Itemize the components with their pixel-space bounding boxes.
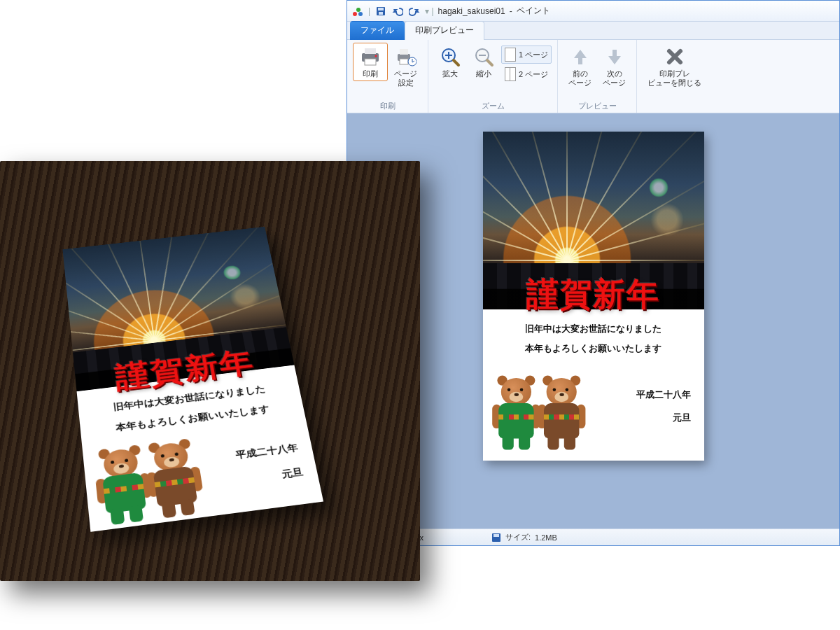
- title-app: ペイント: [517, 5, 550, 17]
- one-page-icon: [505, 48, 516, 62]
- paint-window: | ▾ | hagaki_sakusei01 - ペイント ファイル 印刷プレビ…: [346, 0, 840, 546]
- zoom-out-button[interactable]: 縮小: [468, 43, 500, 81]
- card-message-2: 本年もよろしくお願いいたします: [483, 342, 704, 355]
- titlebar: | ▾ | hagaki_sakusei01 - ペイント: [347, 1, 839, 22]
- card-content-preview: 謹賀新年 旧年中は大変お世話になりました 本年もよろしくお願いいたします 平成二…: [483, 132, 704, 461]
- zoom-out-label: 縮小: [476, 69, 491, 78]
- prev-page-label: 前の ページ: [568, 69, 592, 88]
- svg-rect-24: [493, 534, 499, 537]
- card-date-line2: 元旦: [673, 412, 691, 424]
- ribbon-group-zoom: 拡大 縮小 1 ページ 2 ページ: [428, 40, 558, 113]
- sun-rays: [567, 260, 568, 260]
- close-preview-label: 印刷プレ ビューを閉じる: [648, 69, 701, 88]
- tab-print-preview[interactable]: 印刷プレビュー: [405, 21, 484, 40]
- svg-point-0: [353, 12, 357, 16]
- bear-green: [94, 447, 154, 524]
- zoom-in-icon: [439, 46, 461, 68]
- group-label-zoom: ズーム: [482, 99, 505, 111]
- print-label: 印刷: [363, 69, 378, 78]
- tabstrip: ファイル 印刷プレビュー: [347, 22, 839, 40]
- svg-rect-5: [379, 12, 383, 15]
- ribbon: 印刷 ページ 設定 印刷 拡大: [347, 40, 839, 113]
- app-icon: [351, 5, 364, 18]
- group-label-preview: プレビュー: [578, 99, 617, 111]
- ribbon-group-preview: 前の ページ 次の ページ プレビュー: [558, 40, 637, 113]
- svg-line-19: [487, 60, 492, 65]
- teddy-bears: [94, 440, 205, 524]
- svg-point-1: [356, 8, 360, 12]
- svg-rect-11: [400, 49, 408, 55]
- bear-brown: [144, 440, 205, 517]
- page-setup-icon: [395, 46, 417, 68]
- zoom-out-icon: [472, 46, 495, 68]
- status-filesize: サイズ: 1.2MB: [491, 532, 603, 542]
- statusbar: 1181 × 1748px サイズ: 1.2MB: [347, 528, 839, 545]
- svg-rect-8: [365, 59, 376, 65]
- card-message-1: 旧年中は大変お世話になりました: [483, 323, 704, 335]
- lens-flare: [227, 282, 263, 311]
- sun-rays: [154, 340, 155, 341]
- preview-page: 謹賀新年 旧年中は大変お世話になりました 本年もよろしくお願いいたします 平成二…: [483, 132, 704, 461]
- arrow-up-icon: [569, 46, 592, 68]
- printer-icon: [359, 46, 382, 68]
- printed-photo: 謹賀新年 旧年中は大変お世話になりました 本年もよろしくお願いいたします 平成二…: [0, 161, 420, 581]
- page-setup-label: ページ 設定: [394, 69, 417, 88]
- qat-save-icon[interactable]: [374, 5, 387, 18]
- card-headline: 謹賀新年: [483, 273, 704, 316]
- page-count-options: 1 ページ 2 ページ: [501, 43, 552, 83]
- group-label-print: 印刷: [380, 99, 396, 111]
- svg-line-15: [454, 60, 458, 65]
- svg-rect-12: [400, 59, 408, 64]
- two-page-option[interactable]: 2 ページ: [501, 65, 552, 83]
- svg-rect-4: [378, 8, 384, 10]
- two-page-icon: [505, 67, 516, 81]
- card-date-line1: 平成二十八年: [636, 388, 691, 401]
- qat-undo-icon[interactable]: [391, 5, 404, 18]
- zoom-in-button[interactable]: 拡大: [434, 43, 466, 81]
- one-page-option[interactable]: 1 ページ: [501, 46, 552, 64]
- teddy-bears: [493, 378, 584, 447]
- print-button[interactable]: 印刷: [353, 43, 388, 81]
- lens-flare: [650, 203, 684, 237]
- ribbon-group-close: 印刷プレ ビューを閉じる: [637, 40, 712, 113]
- next-page-button[interactable]: 次の ページ: [598, 43, 631, 90]
- card-date-line1: 平成二十八年: [235, 442, 300, 461]
- svg-rect-7: [365, 48, 376, 54]
- page-setup-button[interactable]: ページ 設定: [389, 43, 422, 90]
- preview-area[interactable]: 謹賀新年 旧年中は大変お世話になりました 本年もよろしくお願いいたします 平成二…: [347, 113, 839, 528]
- save-icon: [491, 533, 501, 542]
- bear-brown: [539, 378, 584, 447]
- tab-file[interactable]: ファイル: [350, 21, 405, 40]
- ribbon-group-print: 印刷 ページ 設定 印刷: [347, 40, 428, 113]
- close-preview-button[interactable]: 印刷プレ ビューを閉じる: [643, 43, 706, 90]
- prev-page-button[interactable]: 前の ページ: [564, 43, 596, 90]
- svg-point-9: [375, 55, 377, 57]
- card-date-line2: 元旦: [281, 466, 304, 481]
- title-doc: hagaki_sakusei01: [438, 6, 505, 16]
- lens-flare: [649, 178, 668, 197]
- qat-redo-icon[interactable]: [408, 5, 421, 18]
- svg-point-2: [358, 12, 363, 16]
- lens-flare: [222, 265, 242, 281]
- close-icon: [664, 46, 686, 68]
- bear-green: [493, 378, 539, 447]
- next-page-label: 次の ページ: [603, 69, 626, 88]
- zoom-in-label: 拡大: [442, 69, 458, 78]
- arrow-down-icon: [603, 46, 626, 68]
